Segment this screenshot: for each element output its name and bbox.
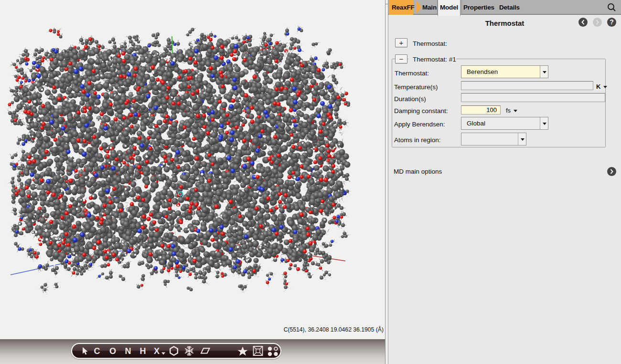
svg-text:C: C [94,346,100,356]
svg-text:N: N [125,346,131,356]
svg-text:H: H [140,346,146,356]
svg-text:X: X [154,346,160,356]
svg-text:O: O [109,346,116,356]
